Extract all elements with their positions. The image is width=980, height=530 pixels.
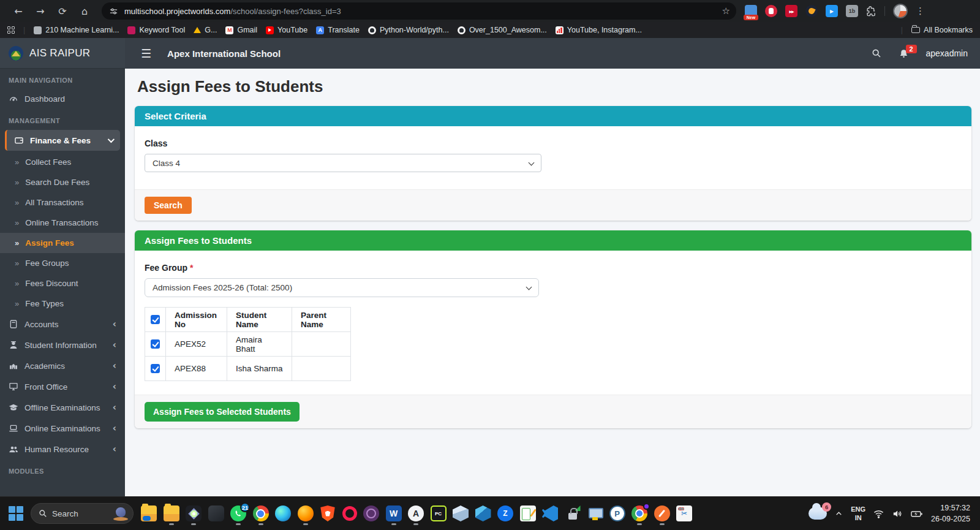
panel-header: Assign Fees to Students <box>135 230 971 251</box>
sidebar-item-fee-groups[interactable]: »Fee Groups <box>0 253 125 273</box>
notifications-bell-icon[interactable]: 2 <box>899 48 909 59</box>
search-icon[interactable] <box>872 48 881 58</box>
hexagon-cube-app-icon[interactable] <box>475 505 491 521</box>
sidebar-item-online-examinations[interactable]: Online Examinations‹ <box>0 418 125 439</box>
bookmark-item[interactable]: Python-World/pyth... <box>368 26 449 34</box>
nav-section-main: MAIN NAVIGATION <box>0 69 125 88</box>
file-explorer-icon[interactable] <box>164 505 179 521</box>
1b-extension-icon[interactable]: 1b <box>846 5 858 17</box>
photos-app-icon[interactable] <box>186 505 202 521</box>
chrome-profile-icon[interactable] <box>631 505 647 521</box>
github-icon <box>458 26 466 34</box>
dark-cube-app-icon[interactable] <box>208 505 224 521</box>
profile-avatar[interactable] <box>893 4 908 18</box>
back-icon[interactable]: ← <box>10 2 27 20</box>
row-checkbox[interactable] <box>151 339 160 349</box>
username[interactable]: apexadmin <box>926 48 968 58</box>
row-checkbox[interactable] <box>151 364 160 373</box>
vscode-icon[interactable] <box>542 505 558 521</box>
forward-icon[interactable]: → <box>32 2 49 20</box>
address-bar[interactable]: multischool.projectworlds.com/school/ass… <box>102 2 736 20</box>
select-all-checkbox[interactable] <box>151 315 160 324</box>
opera-icon[interactable] <box>342 506 357 521</box>
pen-app-icon[interactable] <box>654 505 670 521</box>
angle-double-icon: » <box>15 238 19 248</box>
onedrive-folder-icon[interactable] <box>141 505 157 521</box>
text-editor-app-icon[interactable] <box>520 505 536 521</box>
adblock-extension-icon[interactable] <box>765 5 777 17</box>
angle-double-icon: » <box>15 279 19 288</box>
battery-charging-icon[interactable] <box>910 509 923 519</box>
assign-fees-button[interactable]: Assign Fees to Selected Students <box>145 402 300 422</box>
brave-icon[interactable] <box>320 505 336 521</box>
wifi-icon[interactable] <box>873 509 884 519</box>
browser-menu-icon[interactable]: ⋮ <box>916 6 925 17</box>
fastforward-extension-icon[interactable] <box>785 5 797 17</box>
bookmark-item[interactable]: YouTube, Instagram... <box>556 26 642 34</box>
sidebar-item-human-resource[interactable]: Human Resource‹ <box>0 439 125 460</box>
volume-icon[interactable] <box>892 509 902 519</box>
sidebar-item-all-transactions[interactable]: »All Transactions <box>0 192 125 213</box>
tor-browser-icon[interactable] <box>363 505 379 521</box>
fee-group-select[interactable]: Admission Fees 2025-26 (Total: 2500) <box>145 278 539 297</box>
home-icon[interactable]: ⌂ <box>76 2 93 20</box>
windows-start-button[interactable] <box>9 506 23 521</box>
site-settings-icon[interactable] <box>109 7 118 16</box>
downloader-extension-icon[interactable]: New <box>745 5 757 17</box>
secure-sync-app-icon[interactable] <box>565 505 581 521</box>
sidebar-item-fee-types[interactable]: »Fee Types <box>0 293 125 314</box>
sidebar-item-student-information[interactable]: Student Information‹ <box>0 335 125 355</box>
swirl-extension-icon[interactable] <box>805 5 818 17</box>
chrome-icon[interactable] <box>253 505 269 521</box>
nav-section-modules: MODULES <box>0 460 125 479</box>
page-title: Assign Fees to Students <box>137 77 971 96</box>
bookmark-item[interactable]: YouTube <box>266 26 307 34</box>
search-button[interactable]: Search <box>145 197 192 214</box>
bookmark-item[interactable]: MGmail <box>225 26 257 34</box>
edge-icon[interactable] <box>275 505 291 521</box>
sidebar-item-online-transactions[interactable]: »Online Transactions <box>0 213 125 233</box>
cube-3d-app-icon[interactable] <box>453 505 469 521</box>
download-manager-extension-icon[interactable] <box>826 5 838 17</box>
clock[interactable]: 19:57:32 26-09-2025 <box>931 502 970 524</box>
whatsapp-icon[interactable]: 21 <box>230 505 246 521</box>
bookmark-item[interactable]: Keyword Tool <box>127 26 185 34</box>
bookmark-item[interactable]: 210 Machine Learni... <box>34 26 119 34</box>
class-select[interactable]: Class 4 <box>145 154 541 172</box>
bookmark-item[interactable]: G... <box>194 26 217 34</box>
class-select-value: Class 4 <box>153 159 180 168</box>
language-indicator[interactable]: ENGIN <box>851 505 865 523</box>
snipping-tool-icon[interactable]: ✂ <box>676 505 692 521</box>
pycharm-icon[interactable]: PC <box>431 505 447 521</box>
extensions-puzzle-icon[interactable] <box>866 6 876 17</box>
bookmark-star-icon[interactable]: ☆ <box>722 6 730 17</box>
chevron-down-icon <box>526 284 532 290</box>
reload-icon[interactable]: ⟳ <box>54 2 71 20</box>
sidebar-item-front-office[interactable]: Front Office‹ <box>0 376 125 397</box>
bookmark-item[interactable]: Over_1500_Awesom... <box>458 26 547 34</box>
blue-z-app-icon[interactable]: Z <box>497 505 513 521</box>
sidebar-item-offline-examinations[interactable]: Offline Examinations‹ <box>0 397 125 418</box>
brand[interactable]: AIS RAIPUR <box>0 38 125 69</box>
apps-grid-icon[interactable] <box>7 26 15 34</box>
hamburger-menu-icon[interactable]: ☰ <box>141 47 151 60</box>
word-icon[interactable]: W <box>386 505 402 521</box>
bookmark-item[interactable]: ATranslate <box>316 26 360 34</box>
angle-double-icon: » <box>15 178 19 187</box>
tray-chevron-up-icon[interactable] <box>835 510 843 518</box>
sidebar-item-collect-fees[interactable]: »Collect Fees <box>0 152 125 172</box>
sidebar-item-assign-fees[interactable]: »Assign Fees <box>0 233 125 253</box>
sidebar-item-finance-fees[interactable]: Finance & Fees <box>5 130 120 151</box>
cloud-sync-tray-icon[interactable]: 6 <box>809 507 827 520</box>
sidebar-item-academics[interactable]: Academics‹ <box>0 355 125 376</box>
sidebar-item-dashboard[interactable]: Dashboard <box>0 88 125 109</box>
all-bookmarks-button[interactable]: All Bookmarks <box>911 26 973 34</box>
firefox-icon[interactable] <box>298 505 314 521</box>
a-badge-app-icon[interactable]: A <box>408 505 424 521</box>
sidebar-item-fees-discount[interactable]: »Fees Discount <box>0 273 125 293</box>
remote-desktop-app-icon[interactable] <box>587 505 603 521</box>
sidebar-item-accounts[interactable]: Accounts‹ <box>0 314 125 335</box>
sidebar-item-search-due-fees[interactable]: »Search Due Fees <box>0 172 125 192</box>
postgresql-icon[interactable]: P <box>609 505 625 521</box>
taskbar-search[interactable]: Search <box>31 503 134 524</box>
